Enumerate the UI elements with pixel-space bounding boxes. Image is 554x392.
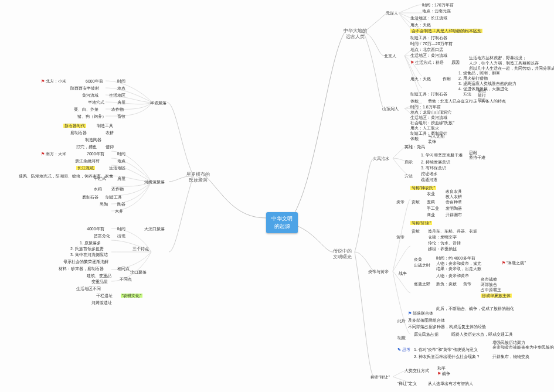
flag-blue-icon: ⚑ bbox=[408, 311, 412, 315]
node-yan[interactable]: 炎帝 bbox=[396, 199, 405, 204]
after-a3: 不同部落占据多种器，构成活复主体的经验 bbox=[408, 324, 486, 329]
yuan-tool: 制造工具：打制石器 bbox=[410, 35, 447, 40]
q1: 1. 你对"炎帝"和"黄帝"传统说与意义 bbox=[414, 347, 478, 352]
node-huang[interactable]: 黄帝 bbox=[396, 234, 405, 240]
hmd-houseR: 通风、防潮地完式，防潮湿、蚊虫，饲养家畜、家禽 bbox=[19, 173, 113, 179]
dwk-three: 三个特点 bbox=[132, 246, 149, 251]
node-dawenkou[interactable]: 大汶口聚落 bbox=[144, 226, 165, 231]
node-think[interactable]: ✎思考 bbox=[397, 347, 410, 352]
branch-clans[interactable]: 星罗棋布的氏族聚落 bbox=[186, 172, 210, 184]
sd-body: 体貌 bbox=[410, 136, 419, 141]
bp-locV: 陕西西安半坡村 bbox=[70, 86, 99, 91]
node-shanrang[interactable]: 称帝"禅让" bbox=[371, 374, 390, 380]
yuan-key: 会不会制造工具是人和动物的根本区别 bbox=[410, 28, 482, 33]
yuan-time: 时间：170万年前 bbox=[422, 2, 454, 8]
bp-timeV: 6000年前 bbox=[86, 79, 103, 84]
bp-time: 时间 bbox=[117, 79, 125, 84]
hmd-crop: 农作物 bbox=[111, 186, 124, 192]
after-a1T: 此后，不断融合、战争，促成了族群的融化 bbox=[436, 306, 514, 311]
bp-anV: 猪、狗（饲养） bbox=[77, 114, 106, 119]
dwk-other: 汶口聚落 bbox=[130, 270, 147, 275]
node-dayu[interactable]: 大禹治水 bbox=[373, 156, 389, 161]
bj-area: 生活地区：黄河流域 bbox=[410, 53, 447, 58]
bp-houseV: 半地穴式 bbox=[88, 100, 104, 105]
node-hemudu[interactable]: 河姆渡聚落 bbox=[144, 179, 165, 185]
yuan-loc: 地点：云南元谋 bbox=[422, 8, 451, 13]
war-a2: 人物：炎帝和黄帝，蚩尤 bbox=[436, 261, 481, 266]
war-bR: 黄帝 bbox=[463, 281, 471, 287]
node-yanhuang[interactable]: 炎帝与黄帝 bbox=[368, 269, 389, 274]
neo-relT: 打穴，捕鱼 bbox=[76, 144, 97, 149]
neo-rel: 信仰 bbox=[106, 144, 114, 149]
dwk-diffArea: 生活地区不同 bbox=[76, 286, 101, 291]
sd-area: 生活地区：黄河流域 bbox=[410, 115, 447, 120]
branch-ancients[interactable]: 中华大地的远古人类 bbox=[344, 28, 367, 40]
node-after[interactable]: 此后 bbox=[397, 318, 406, 323]
sd-org: 社会组织：按血缘"氏族" bbox=[410, 120, 454, 125]
flag-icon: ⚑ bbox=[41, 152, 45, 156]
yu-ins: 启示 bbox=[405, 159, 413, 165]
node-neolithic[interactable]: 新石器时代 bbox=[63, 123, 86, 128]
dwk-diff: 贫富分化 bbox=[94, 233, 110, 238]
bj-loc: 地点：北京西口店 bbox=[410, 47, 443, 52]
hmd-potV: 黑陶 bbox=[100, 202, 108, 207]
yan-g: 贡献 bbox=[412, 199, 420, 204]
bj-fire: 用火：天然 bbox=[410, 76, 431, 81]
node-sd[interactable]: 山顶洞人 bbox=[382, 106, 399, 111]
bj-r2: 人少，往个人力弱，制造工具粗糙以存 bbox=[469, 60, 539, 66]
war-bR1: 炎帝战败 bbox=[481, 277, 497, 282]
yan-g4: 商业 bbox=[427, 212, 435, 217]
branch-legend[interactable]: 传说中的文明曙光 bbox=[333, 248, 352, 261]
sh-defT: 从人选举出有才有智的人 bbox=[428, 381, 473, 386]
war-bHl: 形成华夏族主体 bbox=[481, 293, 512, 298]
war-a: 炎黄 bbox=[414, 257, 422, 262]
bj-bodyT: 劳动：北京人已会直立行走，具备人的特点 bbox=[428, 98, 506, 104]
yuan-fire: 用火：天然 bbox=[410, 22, 431, 28]
dwk-ot: 不同点 bbox=[120, 277, 132, 282]
hmd-cropV: 水稻 bbox=[94, 186, 102, 192]
node-yuanmou[interactable]: 元谋人 bbox=[386, 11, 398, 16]
war-res: 胜负：炎败 bbox=[436, 281, 457, 287]
question-icon: ✎ bbox=[397, 347, 401, 352]
neo-revT: 制造陶器 bbox=[85, 137, 101, 142]
dwk-t3: 3. 集中在河流侧应结 bbox=[70, 252, 108, 257]
bj-f2: 2. 用火柴打猎物 bbox=[458, 76, 488, 81]
huang-g2: 仓颉：发明文字 bbox=[428, 234, 457, 240]
dwk-feat: 干栏遗址 bbox=[96, 293, 113, 298]
bj-f1: 1. 烧食品，照明，御寒 bbox=[458, 70, 500, 76]
sh-def: "禅让"定义 bbox=[397, 381, 417, 386]
hmd-house: 房屋 bbox=[117, 176, 125, 181]
bp-loc: 地点 bbox=[117, 86, 125, 91]
dwk-o3: 变重品量 bbox=[91, 279, 108, 284]
yu-hero: 英雄：尧禹 bbox=[405, 144, 425, 149]
bp-crop: 农作物 bbox=[111, 107, 124, 112]
after-a2: 及多部落图腾组合体 bbox=[408, 318, 445, 323]
q2: 2. 神农氏尝百种出现什么社会现象？ bbox=[414, 354, 480, 359]
dwk-t2: 2. 氏族首领多担责 bbox=[70, 246, 104, 251]
root-l1: 中华文明 bbox=[271, 215, 293, 223]
bj-m: 方法 bbox=[463, 91, 471, 97]
bj-r1: 生活地方丛林茂密，野兽出没； bbox=[469, 55, 526, 60]
bj-tool: 制造工具：打制石器 bbox=[410, 91, 447, 97]
bp-north: ⚑北方：小米 bbox=[41, 79, 66, 84]
bj-f3: 3. 提高适应人类战胜自然的能力 bbox=[458, 81, 516, 86]
huang-g4: 嫘祖：养蚕抽丝 bbox=[428, 246, 457, 251]
bj-body: 体貌 bbox=[410, 98, 419, 104]
yan-g2a: 尝百种草 bbox=[446, 199, 462, 204]
node-beijing[interactable]: 北京人 bbox=[384, 53, 396, 59]
node-banpo[interactable]: 半坡聚落 bbox=[150, 100, 166, 105]
hmd-area: 生活地区 bbox=[109, 165, 125, 171]
dwk-riv: 河姆渡遗址 bbox=[91, 300, 112, 305]
hmd-loc: 地点 bbox=[117, 158, 125, 163]
yan-g1a: 改良农具 bbox=[446, 189, 462, 194]
root-node[interactable]: 中华文明 的起源 bbox=[266, 212, 298, 233]
yan-g1b: 教人农耕 bbox=[446, 194, 462, 199]
hmd-tool: 制造工具 bbox=[106, 195, 122, 200]
dwk-diffT: 出现 bbox=[117, 233, 125, 238]
yan-g1: 农业 bbox=[427, 191, 435, 196]
node-war[interactable]: 战争 bbox=[399, 271, 407, 276]
yan-g3: 手工业 bbox=[427, 206, 439, 211]
flag-icon: ⚑ bbox=[410, 60, 414, 64]
sh-w2: ⚑战争 bbox=[437, 371, 450, 376]
war-a3: 结果：炎帝取，出走大败 bbox=[436, 266, 481, 271]
